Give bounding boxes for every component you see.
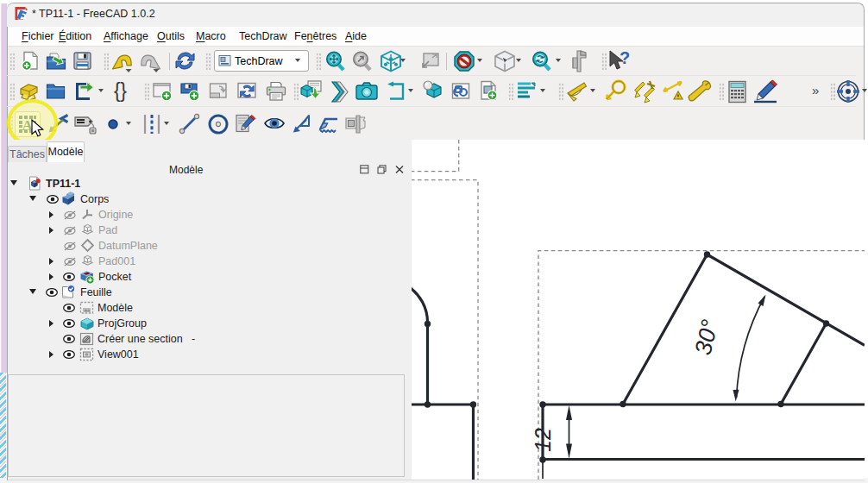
svg-text:12: 12 <box>531 428 555 452</box>
svg-text:A: A <box>22 117 34 134</box>
svg-text:30°: 30° <box>690 317 723 358</box>
svg-text:?: ? <box>620 49 630 67</box>
